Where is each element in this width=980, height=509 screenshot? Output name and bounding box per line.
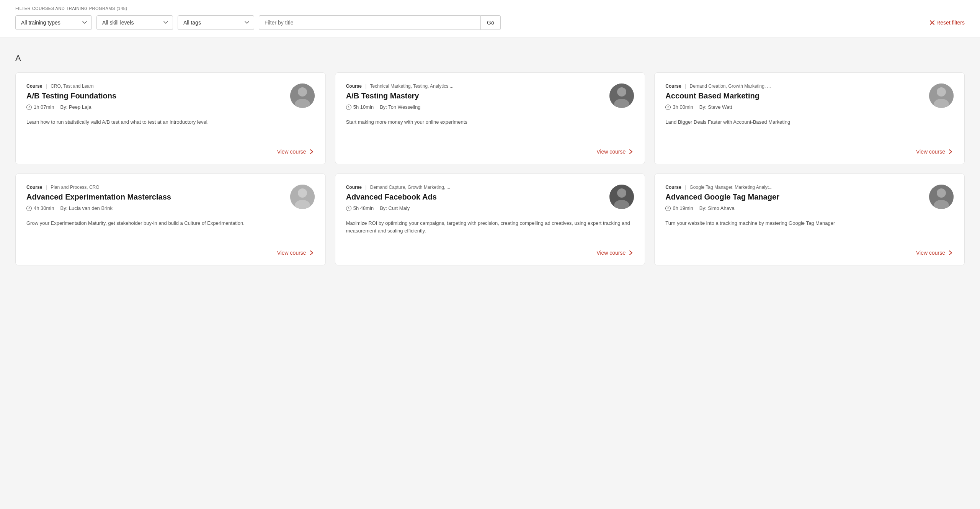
view-course-button[interactable]: View course — [916, 250, 954, 256]
card-meta: 5h 10min By: Ton Wesseling — [346, 104, 604, 110]
card-separator: | — [365, 83, 366, 89]
card-author: By: Ton Wesseling — [380, 104, 420, 110]
card-separator: | — [365, 185, 366, 190]
close-icon — [929, 20, 935, 25]
card-title: A/B Testing Mastery — [346, 91, 604, 100]
avatar — [609, 83, 634, 108]
skill-level-select[interactable]: All skill levels Beginner Intermediate A… — [96, 15, 173, 30]
card-meta: 6h 19min By: Simo Ahava — [665, 205, 923, 211]
card-tags: Plan and Process, CRO — [51, 185, 99, 190]
card-separator: | — [46, 185, 47, 190]
card-type-label: Course — [26, 185, 42, 190]
view-course-button[interactable]: View course — [277, 250, 315, 256]
chevron-right-icon — [309, 149, 315, 155]
card-type-tag: Course | CRO, Test and Learn — [26, 83, 284, 89]
avatar — [290, 185, 315, 209]
clock-icon — [665, 206, 671, 211]
course-card: Course | Demand Capture, Growth Marketin… — [335, 173, 645, 265]
filter-bar: FILTER COURSES AND TRAINING PROGRAMS (14… — [0, 0, 980, 38]
main-content: A Course | CRO, Test and Learn A/B Testi… — [0, 38, 980, 290]
card-meta: 1h 07min By: Peep Laja — [26, 104, 284, 110]
card-author: By: Lucia van den Brink — [60, 205, 113, 211]
card-type-tag: Course | Technical Marketing, Testing, A… — [346, 83, 604, 89]
course-card: Course | Plan and Process, CRO Advanced … — [15, 173, 326, 265]
reset-filters-button[interactable]: Reset filters — [929, 20, 965, 26]
card-description: Learn how to run statistically valid A/B… — [26, 118, 315, 141]
view-course-label: View course — [596, 250, 626, 256]
card-author: By: Simo Ahava — [699, 205, 735, 211]
clock-icon — [346, 206, 351, 211]
card-type-tag: Course | Demand Creation, Growth Marketi… — [665, 83, 923, 89]
card-author: By: Steve Watt — [699, 104, 732, 110]
card-author: By: Peep Laja — [60, 104, 91, 110]
view-course-button[interactable]: View course — [596, 149, 634, 155]
card-separator: | — [685, 83, 686, 89]
card-title: Advanced Google Tag Manager — [665, 192, 923, 201]
course-card: Course | Technical Marketing, Testing, A… — [335, 72, 645, 164]
cards-grid: Course | CRO, Test and Learn A/B Testing… — [15, 72, 965, 265]
card-type-label: Course — [346, 83, 362, 89]
card-meta: 3h 00min By: Steve Watt — [665, 104, 923, 110]
view-course-label: View course — [277, 149, 306, 155]
card-header: Course | CRO, Test and Learn A/B Testing… — [26, 83, 315, 115]
clock-icon — [346, 105, 351, 110]
svg-point-6 — [617, 87, 626, 97]
svg-point-12 — [298, 188, 307, 198]
avatar — [609, 185, 634, 209]
card-title: Account Based Marketing — [665, 91, 923, 100]
tags-select[interactable]: All tags — [178, 15, 254, 30]
card-description: Turn your website into a tracking machin… — [665, 219, 954, 242]
chevron-right-icon — [947, 149, 954, 155]
view-course-label: View course — [596, 149, 626, 155]
chevron-right-icon — [628, 250, 634, 256]
card-description: Maximize ROI by optimizing your campaign… — [346, 219, 634, 242]
card-duration: 1h 07min — [26, 104, 54, 110]
card-header: Course | Google Tag Manager, Marketing A… — [665, 185, 954, 216]
svg-point-3 — [298, 87, 307, 97]
view-course-button[interactable]: View course — [596, 250, 634, 256]
clock-icon — [26, 105, 32, 110]
card-tags: CRO, Test and Learn — [51, 83, 94, 89]
clock-icon — [26, 206, 32, 211]
chevron-right-icon — [309, 250, 315, 256]
card-description: Start making more money with your online… — [346, 118, 634, 141]
course-card: Course | Google Tag Manager, Marketing A… — [654, 173, 965, 265]
svg-point-18 — [937, 188, 946, 198]
card-duration: 5h 48min — [346, 205, 374, 211]
card-separator: | — [685, 185, 686, 190]
go-button[interactable]: Go — [481, 15, 501, 30]
card-header: Course | Demand Creation, Growth Marketi… — [665, 83, 954, 115]
course-card: Course | Demand Creation, Growth Marketi… — [654, 72, 965, 164]
avatar — [929, 83, 954, 108]
view-course-button[interactable]: View course — [916, 149, 954, 155]
view-course-label: View course — [277, 250, 306, 256]
filter-bar-label: FILTER COURSES AND TRAINING PROGRAMS (14… — [15, 6, 965, 11]
card-duration: 3h 00min — [665, 104, 693, 110]
card-type-label: Course — [26, 83, 42, 89]
avatar — [290, 83, 315, 108]
card-description: Land Bigger Deals Faster with Account-Ba… — [665, 118, 954, 141]
view-course-button[interactable]: View course — [277, 149, 315, 155]
view-course-label: View course — [916, 149, 945, 155]
card-type-label: Course — [665, 185, 681, 190]
section-letter: A — [15, 53, 965, 63]
clock-icon — [665, 105, 671, 110]
card-title: Advanced Experimentation Masterclass — [26, 192, 284, 201]
training-type-select[interactable]: All training types Course Training Progr… — [15, 15, 92, 30]
view-course-label: View course — [916, 250, 945, 256]
svg-point-9 — [937, 87, 946, 97]
card-type-tag: Course | Demand Capture, Growth Marketin… — [346, 185, 604, 190]
card-title: Advanced Facebook Ads — [346, 192, 604, 201]
card-type-tag: Course | Plan and Process, CRO — [26, 185, 284, 190]
card-tags: Demand Capture, Growth Marketing, ... — [370, 185, 450, 190]
course-card: Course | CRO, Test and Learn A/B Testing… — [15, 72, 326, 164]
card-meta: 4h 30min By: Lucia van den Brink — [26, 205, 284, 211]
card-header: Course | Demand Capture, Growth Marketin… — [346, 185, 634, 216]
card-duration: 5h 10min — [346, 104, 374, 110]
card-title: A/B Testing Foundations — [26, 91, 284, 100]
card-header: Course | Technical Marketing, Testing, A… — [346, 83, 634, 115]
chevron-right-icon — [947, 250, 954, 256]
card-separator: | — [46, 83, 47, 89]
title-filter-input[interactable] — [259, 15, 481, 30]
card-header: Course | Plan and Process, CRO Advanced … — [26, 185, 315, 216]
